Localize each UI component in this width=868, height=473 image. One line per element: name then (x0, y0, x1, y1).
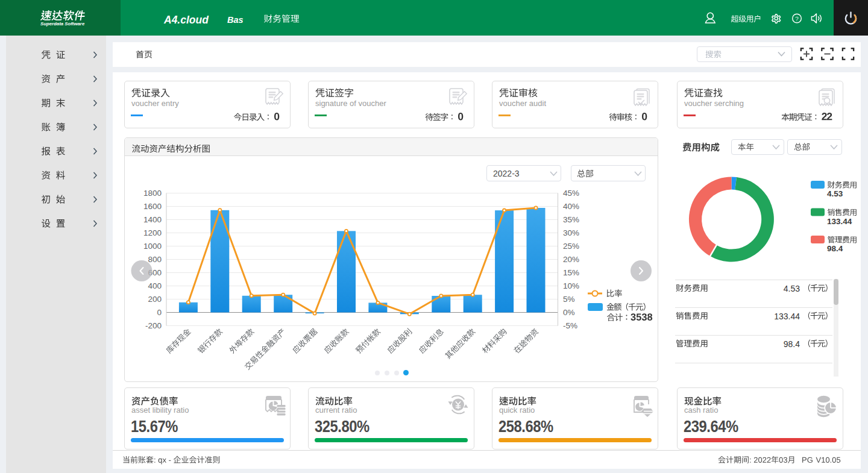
svg-text:1200: 1200 (143, 228, 162, 237)
svg-text:200: 200 (148, 295, 162, 304)
svg-text:30%: 30% (563, 228, 579, 237)
svg-text:35%: 35% (563, 215, 579, 224)
svg-text:20%: 20% (563, 255, 579, 264)
svg-text:15%: 15% (563, 268, 579, 277)
svg-text:400: 400 (148, 281, 162, 290)
svg-text:1000: 1000 (143, 242, 162, 251)
svg-text:-200: -200 (145, 321, 162, 330)
svg-text:40%: 40% (563, 202, 579, 211)
svg-text:25%: 25% (563, 242, 579, 251)
svg-text:1800: 1800 (143, 189, 162, 198)
svg-text:-5%: -5% (563, 321, 577, 330)
svg-text:800: 800 (148, 255, 162, 264)
svg-text:45%: 45% (563, 189, 579, 198)
svg-text:0: 0 (157, 308, 162, 317)
svg-text:1400: 1400 (143, 215, 162, 224)
svg-text:0%: 0% (563, 308, 575, 317)
svg-text:5%: 5% (563, 295, 575, 304)
svg-text:1600: 1600 (143, 202, 162, 211)
svg-text:10%: 10% (563, 281, 579, 290)
